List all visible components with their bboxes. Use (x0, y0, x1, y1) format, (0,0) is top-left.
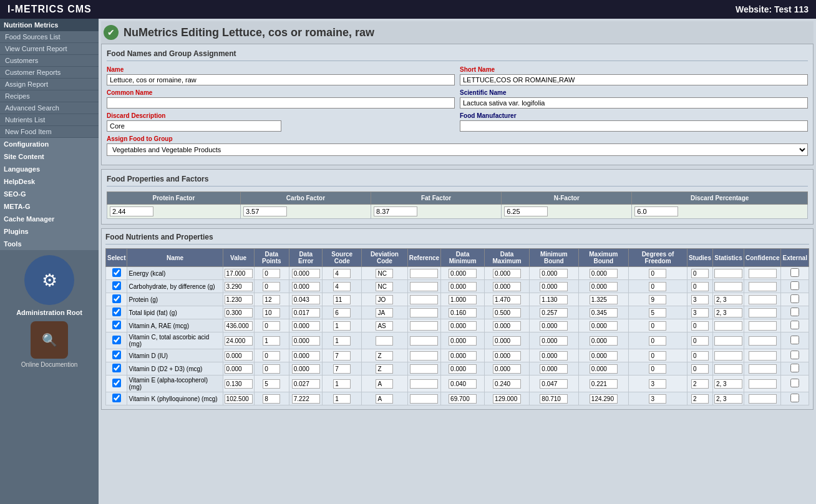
row-checkbox[interactable] (112, 308, 121, 316)
row-checkbox[interactable] (112, 268, 121, 277)
sidebar-section-config[interactable]: Configuration (0, 138, 99, 150)
nutrient-data-max[interactable] (493, 351, 521, 361)
nutrient-confidence[interactable] (749, 364, 777, 374)
nutrient-source-code[interactable] (333, 295, 351, 304)
nutrient-max-bound[interactable] (590, 351, 618, 361)
nutrient-external[interactable] (790, 268, 799, 277)
nutrient-source-code[interactable] (333, 269, 351, 278)
nutrient-deviation-code[interactable] (376, 308, 393, 317)
n-factor-input[interactable] (504, 206, 548, 216)
nutrient-confidence[interactable] (749, 269, 777, 278)
nutrient-external[interactable] (790, 336, 799, 344)
nutrient-reference[interactable] (410, 282, 438, 291)
fat-factor-input[interactable] (374, 206, 417, 216)
nutrient-data-error[interactable] (292, 269, 320, 278)
nutrient-data-min[interactable] (449, 295, 477, 304)
sidebar-section-nutrition[interactable]: Nutrition Metrics (0, 19, 99, 31)
nutrient-studies[interactable] (691, 336, 709, 346)
nutrient-dof[interactable] (649, 364, 666, 374)
protein-factor-input[interactable] (110, 206, 153, 216)
nutrient-confidence[interactable] (749, 394, 777, 404)
nutrient-studies[interactable] (691, 394, 709, 404)
nutrient-max-bound[interactable] (590, 321, 618, 331)
sidebar-item-customer-reports[interactable]: Customer Reports (0, 67, 99, 79)
carbo-factor-input[interactable] (243, 206, 287, 216)
nutrient-reference[interactable] (410, 379, 438, 389)
nutrient-external[interactable] (790, 281, 799, 290)
nutrient-data-error[interactable] (292, 394, 320, 404)
nutrient-data-points[interactable] (263, 364, 280, 374)
nutrient-value[interactable] (225, 379, 253, 389)
nutrient-external[interactable] (790, 308, 799, 316)
nutrient-data-max[interactable] (493, 269, 521, 278)
nutrient-reference[interactable] (410, 394, 438, 404)
sidebar-item-advanced-search[interactable]: Advanced Search (0, 102, 99, 114)
nutrient-data-max[interactable] (493, 321, 521, 331)
nutrient-deviation-code[interactable] (376, 321, 393, 331)
nutrient-statistics[interactable] (714, 364, 742, 374)
food-manufacturer-input[interactable] (460, 120, 808, 132)
nutrient-data-min[interactable] (449, 336, 477, 346)
discard-desc-input[interactable] (107, 120, 281, 132)
nutrient-source-code[interactable] (333, 364, 351, 374)
nutrient-data-points[interactable] (263, 394, 280, 404)
nutrient-value[interactable] (225, 295, 253, 304)
nutrient-statistics[interactable] (714, 282, 742, 291)
nutrient-min-bound[interactable] (540, 321, 568, 331)
nutrient-value[interactable] (225, 351, 253, 361)
nutrient-data-max[interactable] (493, 282, 521, 291)
nutrient-data-points[interactable] (263, 295, 280, 304)
nutrient-max-bound[interactable] (590, 394, 618, 404)
nutrient-reference[interactable] (410, 269, 438, 278)
nutrient-source-code[interactable] (333, 336, 351, 346)
nutrient-source-code[interactable] (333, 282, 351, 291)
nutrient-deviation-code[interactable] (376, 336, 393, 346)
nutrient-data-max[interactable] (493, 379, 521, 389)
name-input[interactable] (107, 74, 455, 85)
nutrient-dof[interactable] (649, 321, 666, 331)
nutrient-source-code[interactable] (333, 351, 351, 361)
nutrient-reference[interactable] (410, 351, 438, 361)
nutrient-min-bound[interactable] (540, 308, 568, 317)
nutrient-min-bound[interactable] (540, 364, 568, 374)
nutrient-min-bound[interactable] (540, 379, 568, 389)
nutrient-confidence[interactable] (749, 282, 777, 291)
nutrient-studies[interactable] (691, 364, 709, 374)
nutrient-deviation-code[interactable] (376, 282, 393, 291)
sidebar-section-languages[interactable]: Languages (0, 163, 99, 175)
nutrient-statistics[interactable] (714, 379, 742, 389)
nutrient-dof[interactable] (649, 295, 666, 304)
nutrient-statistics[interactable] (714, 394, 742, 404)
nutrient-dof[interactable] (649, 282, 666, 291)
nutrient-max-bound[interactable] (590, 379, 618, 389)
nutrient-deviation-code[interactable] (376, 364, 393, 374)
nutrient-data-min[interactable] (449, 269, 477, 278)
sidebar-section-plugins[interactable]: Plugins (0, 225, 99, 238)
nutrient-data-min[interactable] (449, 282, 477, 291)
nutrient-studies[interactable] (691, 379, 709, 389)
nutrient-confidence[interactable] (749, 336, 777, 346)
nutrient-statistics[interactable] (714, 308, 742, 317)
nutrient-value[interactable] (225, 308, 253, 317)
sidebar-section-site-content[interactable]: Site Content (0, 150, 99, 163)
nutrient-source-code[interactable] (333, 321, 351, 331)
nutrient-reference[interactable] (410, 364, 438, 374)
nutrient-min-bound[interactable] (540, 336, 568, 346)
online-doc-icon[interactable]: 🔍 (31, 321, 68, 359)
row-checkbox[interactable] (112, 379, 121, 387)
nutrient-source-code[interactable] (333, 394, 351, 404)
common-name-input[interactable] (107, 97, 455, 109)
sidebar-item-recipes[interactable]: Recipes (0, 90, 99, 102)
sidebar-section-helpdesk[interactable]: HelpDesk (0, 175, 99, 188)
nutrient-reference[interactable] (410, 295, 438, 304)
nutrient-external[interactable] (790, 294, 799, 303)
nutrient-value[interactable] (225, 394, 253, 404)
nutrient-source-code[interactable] (333, 308, 351, 317)
sidebar-item-nutrients-list[interactable]: Nutrients List (0, 114, 99, 126)
nutrient-data-min[interactable] (449, 379, 477, 389)
nutrient-deviation-code[interactable] (376, 394, 393, 404)
sidebar-section-seo[interactable]: SEO-G (0, 188, 99, 200)
row-checkbox[interactable] (112, 336, 121, 344)
sidebar-item-food-sources[interactable]: Food Sources List (0, 31, 99, 43)
assign-group-select[interactable]: Vegetables and Vegetable Products (107, 143, 808, 156)
